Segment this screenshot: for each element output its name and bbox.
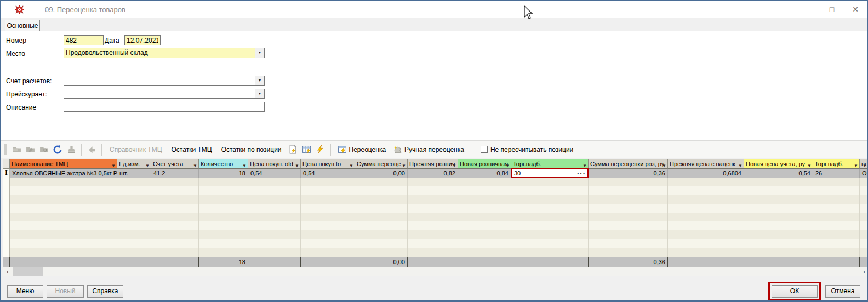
grid-column-line	[859, 178, 860, 257]
mesto-combobox[interactable]: Продовольственный склад ▼	[64, 48, 265, 58]
column-header[interactable]: Цена покуп.to▼	[301, 159, 355, 169]
dropdown-icon[interactable]: ▼	[255, 48, 264, 58]
table-cell[interactable]: 41.2	[151, 169, 199, 178]
table-cell[interactable]: 0,36	[589, 169, 668, 178]
grid-column-line	[355, 178, 355, 257]
grid-column-line	[667, 178, 668, 257]
filter-dropdown-icon[interactable]: ▼	[193, 162, 197, 169]
totals-column-line	[744, 257, 744, 267]
table-cell[interactable]: 0,82	[408, 169, 458, 178]
column-header[interactable]: Новая цена учета, ру▼	[744, 159, 813, 169]
table-cell[interactable]: Хлопья ОВСЯНЫЕ экстра №3 0,5кг РБ	[10, 169, 117, 178]
ruchnaya-pereocenka-button[interactable]: Ручная переоценка	[390, 144, 467, 155]
column-header-label: Новая розничная	[460, 161, 508, 167]
table-cell[interactable]: 0,54	[744, 169, 813, 178]
filter-dropdown-icon[interactable]: ▼	[145, 162, 150, 169]
ne-pereschityvat-checkbox[interactable]	[481, 146, 488, 153]
filter-dropdown-icon[interactable]: ▼	[854, 162, 858, 169]
tab-osnovnye[interactable]: Основные	[5, 20, 40, 31]
column-header[interactable]: Сумма переоценки роз, ру▼	[589, 159, 668, 169]
preyskurant-combobox[interactable]: ▼	[64, 89, 265, 99]
maximize-button[interactable]: □	[823, 3, 841, 15]
filter-dropdown-icon[interactable]: ▼	[111, 162, 116, 169]
table-cell[interactable]: 0,84	[458, 169, 511, 178]
dropdown-icon[interactable]: ▼	[255, 89, 264, 98]
filter-dropdown-icon[interactable]: ▼	[505, 162, 510, 169]
totals-column-line	[859, 257, 860, 267]
opisanie-input[interactable]	[64, 102, 265, 112]
grid-corner	[3, 159, 10, 169]
ostatki-tmc-button[interactable]: Остатки ТМЦ	[168, 144, 216, 156]
empty-row	[10, 248, 868, 257]
new-button: Новый	[47, 285, 84, 298]
refresh-icon[interactable]	[52, 144, 64, 156]
cell-editor-ellipsis-button[interactable]: ···	[577, 169, 586, 178]
filter-dropdown-icon[interactable]: ▼	[807, 162, 812, 169]
data-grid: Наименование ТМЦ▼Ед.изм.▼Счет учета▼Коли…	[3, 159, 868, 276]
nomer-input[interactable]	[64, 35, 104, 45]
column-header-label: Счет учета	[153, 161, 183, 167]
table-cell[interactable]: 0,54	[248, 169, 301, 178]
column-header[interactable]: Счет учета▼	[151, 159, 199, 169]
schet-label: Счет расчетов:	[6, 77, 52, 85]
minimize-button[interactable]: —	[798, 3, 815, 15]
column-header[interactable]: пе▼	[860, 159, 868, 169]
table-cell[interactable]: шт.	[117, 169, 151, 178]
lightning-icon[interactable]	[315, 144, 327, 156]
column-header[interactable]: Цена покуп. old▼	[248, 159, 301, 169]
column-header[interactable]: Сумма переоце▼	[355, 159, 408, 169]
column-header[interactable]: Наименование ТМЦ▼	[10, 159, 117, 169]
table-cell[interactable]: 0,00	[355, 169, 408, 178]
grid-column-line	[588, 178, 589, 257]
totals-column-line	[300, 257, 301, 267]
table-cell[interactable]: 0,6804	[668, 169, 744, 178]
column-header[interactable]: Количество▼	[199, 159, 248, 169]
filter-dropdown-icon[interactable]: ▼	[738, 162, 743, 169]
filter-dropdown-icon[interactable]: ▼	[295, 162, 299, 169]
ok-button[interactable]: ОК	[772, 285, 818, 298]
doc-lightning-icon[interactable]	[287, 144, 299, 156]
filter-dropdown-icon[interactable]: ▼	[349, 162, 353, 169]
open-folder-icon	[10, 144, 22, 156]
toolbar-separator	[471, 144, 471, 156]
totals-column-line	[151, 257, 151, 267]
help-button[interactable]: Справка	[87, 285, 123, 298]
column-header[interactable]: Новая розничная▼	[458, 159, 511, 169]
toolbar-grip[interactable]	[4, 144, 7, 155]
column-header[interactable]: Прежняя рознич▼	[408, 159, 458, 169]
ostatki-po-pozicii-button[interactable]: Остатки по позиции	[218, 144, 285, 156]
table-cell[interactable]: 18	[199, 169, 248, 178]
table-cell[interactable]: 26	[813, 169, 860, 178]
pereocenka-button[interactable]: Переоценка	[335, 144, 389, 155]
filter-dropdown-icon[interactable]: ▼	[662, 162, 666, 169]
cell-editor[interactable]: 30···	[511, 168, 589, 178]
filter-dropdown-icon[interactable]: ▼	[452, 162, 456, 169]
filter-dropdown-icon[interactable]: ▼	[863, 162, 867, 169]
window-title: 09. Переоценка товаров	[45, 5, 125, 14]
scroll-left-button[interactable]: ‹	[3, 267, 12, 276]
schet-combobox[interactable]: ▼	[64, 76, 265, 86]
filter-dropdown-icon[interactable]: ▼	[402, 162, 406, 169]
cell-editor-value[interactable]: 30	[514, 170, 521, 176]
column-header[interactable]: Торг.надб.▼	[813, 159, 860, 169]
column-header[interactable]: Ед.изм.▼	[117, 159, 151, 169]
filter-dropdown-icon[interactable]: ▼	[242, 162, 247, 169]
table-cell[interactable]: 0,54	[301, 169, 355, 178]
column-header-label: Сумма переоце	[357, 161, 401, 167]
column-header[interactable]: Прежняя цена с наценк▼	[668, 159, 744, 169]
totals-value: 0,36	[589, 257, 668, 267]
mouse-cursor	[522, 5, 534, 20]
data-input[interactable]	[124, 35, 161, 45]
h-scrollbar-track[interactable]	[3, 267, 868, 276]
menu-button[interactable]: Меню	[7, 285, 43, 298]
grid-lightning-icon[interactable]	[301, 144, 313, 156]
table-cell[interactable]: О	[860, 169, 868, 178]
close-button[interactable]: ✕	[847, 3, 864, 15]
column-header[interactable]: Торг.надб.▼	[511, 159, 589, 169]
h-scrollbar-thumb[interactable]	[13, 267, 43, 276]
dropdown-icon[interactable]: ▼	[255, 76, 264, 85]
data-label: Дата	[105, 37, 119, 44]
grid-column-line	[511, 178, 511, 257]
scroll-right-button[interactable]: ›	[860, 267, 868, 276]
cancel-button[interactable]: Отмена	[825, 285, 860, 298]
